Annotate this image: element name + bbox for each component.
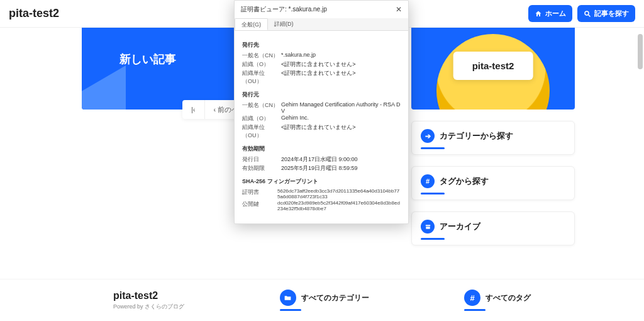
footer-all-tags[interactable]: # すべてのタグ	[464, 290, 531, 311]
dialog-tabs: 全般(G) 詳細(D)	[235, 18, 408, 31]
arrow-right-icon: ➔	[421, 129, 435, 143]
hash-icon: #	[421, 174, 435, 188]
footer-all-categories[interactable]: すべてのカテゴリー	[280, 290, 369, 311]
home-button-label: ホーム	[545, 9, 566, 18]
validity-from: 発行日2024年4月17日水曜日 9:00:00	[242, 155, 401, 164]
dialog-title: 証明書ビューア: *.sakura.ne.jp	[241, 5, 327, 14]
hash-icon: #	[464, 290, 480, 306]
hero-decor-left	[82, 65, 126, 110]
dialog-header: 証明書ビューア: *.sakura.ne.jp ✕	[235, 1, 408, 18]
widget-archive[interactable]: アーカイブ	[411, 211, 575, 245]
footer-title: pita-test2	[113, 290, 184, 301]
fingerprint-cert: 証明書5626dc73aff2eedb3cc3d7d2011335e64a40d…	[242, 188, 401, 200]
svg-line-1	[589, 14, 591, 16]
site-title: pita-test2	[9, 7, 59, 20]
svg-rect-3	[426, 227, 430, 229]
footer-all-categories-label: すべてのカテゴリー	[301, 293, 369, 303]
section-issued-by: 発行元	[242, 91, 401, 99]
section-fingerprint: SHA-256 フィンガープリント	[242, 177, 401, 186]
search-icon	[584, 10, 591, 18]
issued-to-cn: 一般名（CN）*.sakura.ne.jp	[242, 52, 401, 60]
section-issued-to: 発行先	[242, 41, 401, 49]
footer-powered: Powered by さくらのブログ	[113, 303, 184, 311]
tab-general[interactable]: 全般(G)	[235, 18, 268, 30]
footer-brand: pita-test2 Powered by さくらのブログ	[113, 290, 184, 311]
widget-category-label: カテゴリーから探す	[440, 130, 513, 142]
search-button-label: 記事を探す	[594, 9, 629, 18]
archive-icon	[421, 220, 435, 234]
issued-to-ou: 組織単位（OU）<証明書に含まれていません>	[242, 69, 401, 86]
home-button[interactable]: ホーム	[528, 5, 572, 22]
svg-rect-2	[425, 225, 430, 226]
folder-icon	[280, 290, 296, 306]
validity-to: 有効期限2025年5月19日月曜日 8:59:59	[242, 164, 401, 172]
fingerprint-key: 公開鍵dcd020fe23d989eb5c2f3442f09af417e6030…	[242, 200, 401, 211]
sidebar-hero: pita-test2	[411, 28, 575, 110]
widget-archive-label: アーカイブ	[440, 221, 480, 232]
certificate-dialog: 証明書ビューア: *.sakura.ne.jp ✕ 全般(G) 詳細(D) 発行…	[234, 0, 409, 224]
top-actions: ホーム 記事を探す	[528, 5, 635, 22]
widget-tag[interactable]: # タグから探す	[411, 166, 575, 200]
footer: pita-test2 Powered by さくらのブログ すべてのカテゴリー …	[0, 279, 644, 321]
dialog-body: 発行先 一般名（CN）*.sakura.ne.jp 組織（O）<証明書に含まれて…	[235, 31, 408, 217]
hero-title: 新しい記事	[119, 52, 176, 67]
issued-by-ou: 組織単位（OU）<証明書に含まれていません>	[242, 123, 401, 140]
issued-by-cn: 一般名（CN）Gehirn Managed Certification Auth…	[242, 101, 401, 114]
section-validity: 有効期間	[242, 145, 401, 153]
tab-detail[interactable]: 詳細(D)	[268, 18, 300, 30]
issued-by-o: 組織（O）Gehirn Inc.	[242, 115, 401, 123]
svg-point-0	[585, 11, 589, 15]
scrollbar-thumb[interactable]	[638, 34, 643, 69]
pager-first[interactable]: |‹	[182, 100, 205, 119]
search-button[interactable]: 記事を探す	[577, 5, 635, 22]
home-icon	[535, 10, 542, 18]
close-icon[interactable]: ✕	[396, 5, 402, 14]
footer-all-tags-label: すべてのタグ	[486, 293, 531, 303]
issued-to-o: 組織（O）<証明書に含まれていません>	[242, 60, 401, 69]
widget-tag-label: タグから探す	[440, 176, 489, 187]
logo-card: pita-test2	[453, 52, 533, 80]
sidebar-column: pita-test2 ➔ カテゴリーから探す # タグから探す アーカイブ	[411, 28, 575, 267]
widget-category[interactable]: ➔ カテゴリーから探す	[411, 121, 575, 155]
